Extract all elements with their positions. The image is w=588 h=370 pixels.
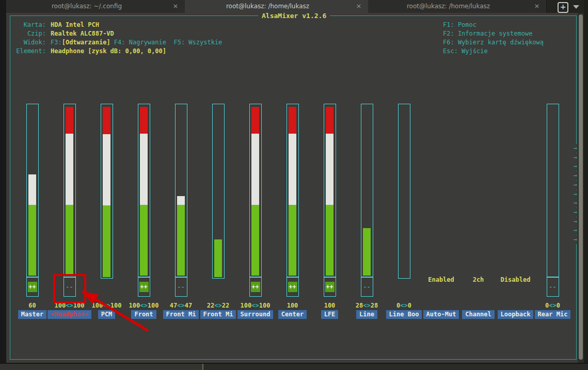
tab-close-icon[interactable]: ×: [171, 0, 180, 13]
bar-fill-segment: [66, 205, 73, 276]
help-line: F1: Pomoc: [443, 21, 582, 29]
channel-value: 100<>100: [88, 301, 125, 310]
bar-fill-segment: [103, 134, 110, 206]
mute-switch-state: ++: [139, 282, 149, 292]
bar-fill-segment: [28, 205, 36, 276]
bar-fill-segment: [326, 205, 333, 276]
background-panel-divider: [202, 364, 203, 370]
channel-value: 28<>28: [348, 301, 386, 310]
mute-switch-state: ++: [28, 282, 37, 292]
channel-label-chip[interactable]: LFE: [321, 310, 339, 319]
channel-value: 0<>0: [534, 301, 571, 310]
bar-fill-segment: [251, 134, 259, 204]
help-line: Esc: Wyjście: [443, 47, 582, 56]
bar-fill-segment: [214, 239, 222, 277]
volume-bar[interactable]: [398, 104, 410, 279]
bar-fill-segment: [103, 205, 110, 277]
channel-label-chip[interactable]: PCM: [98, 310, 116, 319]
bar-fill-segment: [251, 205, 259, 276]
channel-value: 22<>22: [200, 301, 237, 310]
channel-value: 0<>0: [386, 301, 423, 310]
terminal-tab-3[interactable]: root@lukasz: /home/lukasz×: [368, 0, 547, 13]
info-label: Element:: [12, 47, 46, 56]
channel-label-chip[interactable]: Line: [356, 310, 377, 319]
info-label: Widok:: [12, 38, 46, 47]
new-tab-button[interactable]: +: [558, 2, 568, 13]
desktop-right-edge: [584, 0, 588, 363]
info-label: Karta:: [12, 21, 46, 29]
channel-enum-value: Enabled: [421, 276, 462, 284]
bar-fill-segment: [177, 196, 185, 204]
bar-fill-segment: [103, 107, 110, 134]
channel-value: 100: [274, 301, 311, 310]
channel-enum-value: 2ch: [458, 276, 499, 284]
info-value: F3:[Odtwarzanie] F4: Nagrywanie F5: Wszy…: [51, 39, 222, 46]
mute-switch-state: --: [362, 282, 372, 292]
info-line: Element:Headphone [zysk dB: 0,00, 0,00]: [12, 47, 271, 56]
tab-title: root@lukasz: /home/lukasz: [185, 0, 351, 13]
desktop-left-edge: [0, 0, 6, 363]
bar-fill-segment: [66, 107, 73, 134]
channel-value: 60: [14, 301, 51, 310]
bar-fill-segment: [177, 205, 185, 276]
tab-list-dropdown-icon[interactable]: [573, 5, 579, 9]
help-line: F6: Wybierz kartę dźwiękową: [443, 38, 582, 47]
bar-fill-segment: [140, 107, 148, 134]
terminal-tab-2[interactable]: root@lukasz: /home/lukasz×: [185, 0, 369, 13]
tab-close-icon[interactable]: ×: [533, 0, 541, 13]
mute-switch-state: --: [548, 282, 558, 292]
terminal-tab-1[interactable]: root@lukasz: ~/.config×: [6, 0, 185, 13]
channel-value: 47<>47: [163, 301, 200, 310]
info-line: Widok:F3:[Odtwarzanie] F4: Nagrywanie F5…: [12, 38, 271, 47]
help-line: F2: Informacje systemowe: [443, 29, 582, 38]
bar-fill-segment: [289, 107, 296, 134]
bar-fill-segment: [289, 205, 296, 276]
info-value: Realtek ALC887-VD: [51, 30, 114, 37]
bar-fill-segment: [363, 228, 371, 276]
mute-switch-state: --: [177, 282, 186, 292]
bar-fill-segment: [326, 134, 333, 204]
mute-switch-state: ++: [251, 282, 260, 292]
info-value: HDA Intel PCH: [51, 21, 99, 28]
bar-fill-segment: [140, 205, 148, 276]
channel-value: 100: [311, 301, 348, 310]
channel-value: 100<>100: [237, 301, 274, 310]
bar-fill-segment: [140, 134, 148, 204]
mute-switch-state: ++: [288, 282, 297, 292]
channel-label[interactable]: Rear Mic: [525, 310, 581, 319]
channel-enum-value: Disabled: [495, 276, 536, 284]
bar-fill-segment: [289, 134, 296, 204]
tab-title: root@lukasz: ~/.config: [6, 0, 167, 13]
info-label: Czip:: [12, 29, 46, 38]
tab-close-icon[interactable]: ×: [355, 0, 363, 13]
bar-fill-segment: [251, 107, 259, 134]
mute-switch-state: ++: [325, 282, 335, 292]
bar-fill-segment: [66, 134, 73, 204]
channel-value: 100<>100: [125, 301, 163, 310]
scrollbar-thumb[interactable]: [579, 14, 583, 360]
volume-bar[interactable]: [547, 104, 559, 277]
channel-label-chip[interactable]: Rear Mic: [535, 310, 571, 319]
info-value: Headphone [zysk dB: 0,00, 0,00]: [51, 47, 166, 55]
bar-fill-segment: [326, 107, 333, 134]
tab-title: root@lukasz: /home/lukasz: [368, 0, 529, 13]
info-line: Czip:Realtek ALC887-VD: [12, 29, 271, 38]
background-panel: [0, 364, 202, 370]
annotation-rectangle: [53, 274, 86, 303]
bar-fill-segment: [28, 174, 36, 205]
info-line: Karta:HDA Intel PCH: [12, 21, 271, 29]
